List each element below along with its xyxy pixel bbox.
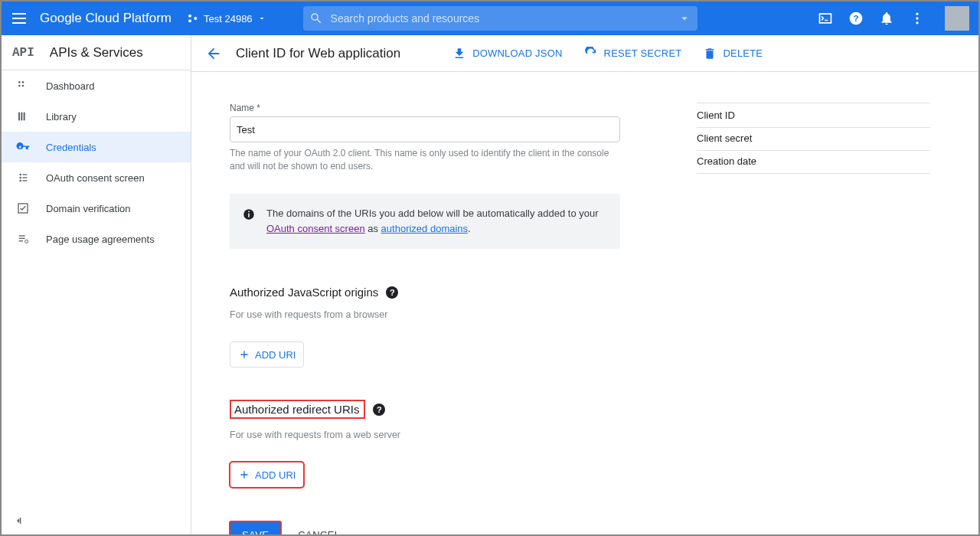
svg-point-2 [194, 17, 197, 20]
svg-point-15 [19, 174, 21, 176]
search-icon [309, 11, 323, 25]
header-actions: DOWNLOAD JSON RESET SECRET DELETE [452, 47, 763, 60]
authorized-domains-link[interactable]: authorized domains [381, 223, 468, 234]
sidebar: API APIs & Services Dashboard Library Cr… [2, 35, 191, 534]
cloud-shell-icon[interactable] [818, 11, 833, 26]
svg-rect-18 [22, 174, 27, 175]
svg-point-11 [22, 85, 24, 87]
check-icon [15, 202, 31, 214]
sidebar-item-library[interactable]: Library [2, 101, 191, 132]
search-placeholder: Search products and resources [331, 12, 480, 25]
svg-rect-26 [20, 518, 21, 524]
sidebar-collapse[interactable] [2, 507, 191, 534]
svg-rect-24 [19, 240, 23, 241]
svg-rect-13 [21, 113, 22, 121]
redirect-sub: For use with requests from a web server [230, 430, 620, 440]
consent-icon [15, 172, 31, 184]
svg-rect-12 [18, 113, 20, 121]
svg-rect-22 [19, 235, 25, 236]
main: Client ID for Web application DOWNLOAD J… [191, 35, 978, 534]
chevron-down-icon[interactable] [678, 11, 691, 25]
chevron-left-icon [12, 515, 24, 527]
info-icon [242, 208, 256, 221]
sidebar-item-label: Domain verification [46, 203, 131, 214]
sidebar-header: API APIs & Services [2, 35, 191, 70]
details-column: Client ID Client secret Creation date [697, 103, 930, 519]
svg-text:?: ? [853, 13, 858, 23]
sidebar-item-label: Library [46, 111, 77, 123]
api-logo: API [12, 46, 34, 60]
svg-point-1 [188, 19, 191, 22]
svg-point-8 [18, 81, 21, 83]
page-header: Client ID for Web application DOWNLOAD J… [191, 35, 978, 72]
form-actions: SAVE CANCEL [230, 521, 620, 534]
svg-rect-20 [22, 180, 27, 181]
refresh-icon [584, 47, 598, 60]
name-helper: The name of your OAuth 2.0 client. This … [230, 147, 620, 174]
topbar: Google Cloud Platform Test 24986 Search … [2, 2, 978, 35]
svg-point-5 [916, 13, 918, 15]
content: Name * The name of your OAuth 2.0 client… [191, 72, 978, 534]
sidebar-item-domain[interactable]: Domain verification [2, 193, 191, 224]
redirect-uris-title: Authorized redirect URIs ? [230, 400, 620, 419]
notifications-icon[interactable] [879, 11, 894, 26]
sidebar-title: APIs & Services [50, 45, 143, 60]
svg-rect-23 [19, 238, 25, 239]
svg-point-25 [25, 240, 28, 243]
project-icon [187, 12, 199, 25]
svg-rect-29 [248, 211, 250, 212]
save-button[interactable]: SAVE [230, 521, 281, 534]
reset-secret-button[interactable]: RESET SECRET [584, 47, 682, 60]
page-title: Client ID for Web application [236, 46, 400, 61]
sidebar-item-label: OAuth consent screen [46, 172, 145, 184]
project-selector[interactable]: Test 24986 [187, 12, 266, 25]
info-banner: The domains of the URIs you add below wi… [230, 194, 620, 249]
svg-point-10 [18, 85, 21, 87]
svg-point-17 [19, 180, 21, 182]
back-button[interactable] [205, 45, 222, 62]
key-icon [15, 140, 31, 154]
plus-icon [238, 469, 250, 481]
download-json-button[interactable]: DOWNLOAD JSON [452, 47, 562, 60]
svg-rect-28 [248, 213, 250, 217]
project-name: Test 24986 [204, 13, 253, 25]
svg-point-6 [916, 17, 918, 19]
sidebar-item-consent[interactable]: OAuth consent screen [2, 162, 191, 193]
js-origins-title: Authorized JavaScript origins ? [230, 286, 620, 299]
help-icon[interactable]: ? [848, 11, 864, 26]
dashboard-icon [15, 80, 31, 92]
oauth-consent-link[interactable]: OAuth consent screen [266, 223, 365, 234]
trash-icon [703, 47, 717, 60]
download-icon [452, 47, 466, 60]
add-uri-button-js[interactable]: ADD URI [230, 342, 304, 368]
delete-button[interactable]: DELETE [703, 47, 763, 60]
chevron-down-icon [257, 14, 266, 23]
form-column: Name * The name of your OAuth 2.0 client… [230, 103, 620, 519]
agreement-icon [15, 233, 31, 245]
svg-point-0 [188, 15, 191, 18]
library-icon [15, 110, 31, 123]
arrow-left-icon [205, 45, 222, 62]
sidebar-item-label: Credentials [46, 142, 96, 153]
detail-row: Client ID [697, 103, 930, 128]
search-box[interactable]: Search products and resources [303, 6, 697, 31]
sidebar-item-label: Page usage agreements [46, 234, 155, 245]
sidebar-item-credentials[interactable]: Credentials [2, 132, 191, 162]
name-label: Name * [230, 103, 620, 113]
sidebar-item-dashboard[interactable]: Dashboard [2, 70, 191, 101]
topbar-right: ? [818, 6, 974, 31]
sidebar-item-agreements[interactable]: Page usage agreements [2, 224, 191, 254]
js-origins-sub: For use with requests from a browser [230, 309, 620, 320]
name-input[interactable] [230, 116, 620, 142]
help-icon[interactable]: ? [373, 404, 385, 416]
cancel-button[interactable]: CANCEL [298, 529, 340, 534]
add-uri-button-redirect[interactable]: ADD URI [230, 462, 304, 488]
more-icon[interactable] [910, 11, 925, 26]
svg-point-7 [916, 21, 918, 24]
svg-rect-19 [22, 177, 27, 178]
help-icon[interactable]: ? [386, 286, 398, 299]
menu-icon[interactable] [12, 9, 31, 28]
detail-row: Creation date [697, 151, 930, 174]
avatar[interactable] [945, 6, 969, 31]
svg-rect-14 [24, 113, 25, 121]
